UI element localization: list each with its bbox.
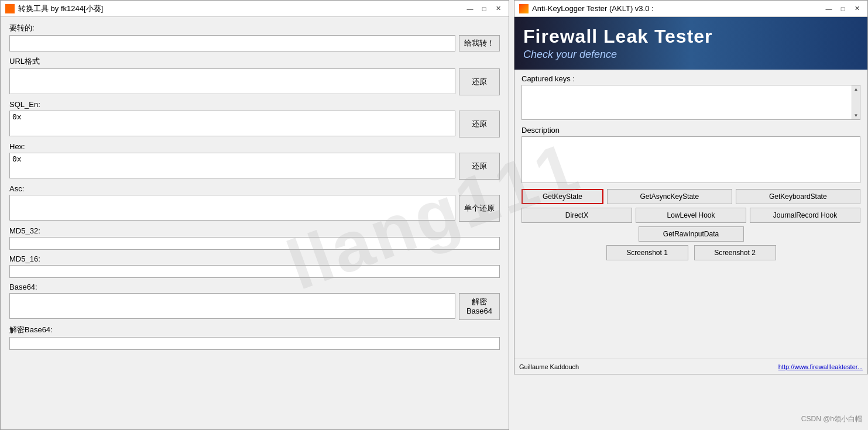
get-key-state-button[interactable]: GetKeyState [522,189,603,204]
buttons-row-4: Screenshot 1 Screenshot 2 [522,245,860,260]
sql-restore-button[interactable]: 还原 [459,111,500,137]
captured-section: Captured keys : ▲ ▼ [522,74,860,120]
banner-title: Firewall Leak Tester [523,26,859,47]
decode-base64-input[interactable] [9,337,500,350]
md5-32-label: MD5_32: [9,226,500,235]
right-maximize-button[interactable]: □ [837,4,849,13]
base64-btn-line2: Base64 [466,307,492,316]
app-icon [5,4,15,13]
left-window-controls: — □ ✕ [464,4,504,13]
hex-row: Hex: 0x 还原 [9,142,500,180]
captured-scrollbar[interactable]: ▲ ▼ [852,85,860,119]
hex-input-row: 0x 还原 [9,153,500,180]
banner-subtitle: Check your defence [523,49,859,61]
right-window-title: Anti-KeyLogger Tester (AKLT) v3.0 : [532,4,654,13]
directx-button[interactable]: DirectX [522,208,632,223]
url-restore-button[interactable]: 还原 [459,68,500,95]
to-convert-label: 要转的: [9,23,500,33]
captured-keys-label: Captured keys : [522,74,860,83]
left-content: 要转的: 给我转！ URL格式 还原 SQL_En: 0x 还原 Hex: [1,17,509,360]
right-footer: Guillaume Kaddouch http://www.firewallle… [514,359,867,374]
author-label: Guillaume Kaddouch [519,363,579,370]
get-raw-input-data-button[interactable]: GetRawInputData [639,226,744,242]
url-format-input-row: 还原 [9,68,500,95]
screenshot-1-button[interactable]: Screenshot 1 [606,245,688,260]
buttons-row-2: DirectX LowLevel Hook JournalRecord Hook [522,208,860,223]
sql-en-row: SQL_En: 0x 还原 [9,100,500,137]
md5-32-row: MD5_32: D41D8CD98F00B204E9800998ECF8427E [9,226,500,250]
base64-decode-button[interactable]: 解密 Base64 [459,293,500,320]
banner-section: Firewall Leak Tester Check your defence [514,17,867,70]
left-titlebar-left: 转换工具 by fk1244[小葵] [5,4,103,14]
md5-16-row: MD5_16: 8F00B204E9800998 [9,254,500,278]
left-titlebar: 转换工具 by fk1244[小葵] — □ ✕ [1,1,509,17]
screenshot-2-button[interactable]: Screenshot 2 [694,245,776,260]
url-format-label: URL格式 [9,56,500,67]
decode-base64-input-row [9,337,500,350]
decode-base64-row: 解密Base64: [9,325,500,350]
description-section: Description [522,126,860,183]
asc-input-row: 单个还原 [9,195,500,222]
description-box [522,136,860,183]
right-close-button[interactable]: ✕ [851,4,863,13]
md5-16-input-row: 8F00B204E9800998 [9,265,500,278]
md5-32-input-row: D41D8CD98F00B204E9800998ECF8427E [9,237,500,250]
asc-label: Asc: [9,184,500,193]
base64-input[interactable] [9,293,455,319]
lowlevel-hook-button[interactable]: LowLevel Hook [636,208,746,223]
sql-en-label: SQL_En: [9,100,500,109]
right-titlebar: Anti-KeyLogger Tester (AKLT) v3.0 : — □ … [514,1,867,17]
csdn-label: CSDN @h领小白帽 [801,414,862,424]
journalrecord-hook-button[interactable]: JournalRecord Hook [750,208,860,223]
left-close-button[interactable]: ✕ [492,4,504,13]
get-async-key-state-button[interactable]: GetAsyncKeyState [607,189,732,204]
asc-input[interactable] [9,195,455,221]
to-convert-row: 要转的: 给我转！ [9,23,500,51]
buttons-row-1: GetKeyState GetAsyncKeyState GetKeyboard… [522,189,860,204]
captured-keys-box: ▲ ▼ [522,85,860,120]
md5-32-input[interactable]: D41D8CD98F00B204E9800998ECF8427E [9,237,500,250]
buttons-row-3: GetRawInputData [522,226,860,242]
get-keyboard-state-button[interactable]: GetKeyboardState [736,189,861,204]
aklt-icon [519,4,529,13]
hex-label: Hex: [9,142,500,151]
right-window-controls: — □ ✕ [823,4,863,13]
left-minimize-button[interactable]: — [464,4,476,13]
base64-btn-line1: 解密 [472,297,487,307]
right-minimize-button[interactable]: — [823,4,835,13]
base64-row: Base64: 解密 Base64 [9,283,500,320]
base64-input-row: 解密 Base64 [9,293,500,320]
url-format-input[interactable] [9,68,455,94]
md5-16-label: MD5_16: [9,254,500,263]
left-maximize-button[interactable]: □ [478,4,490,13]
right-body: Captured keys : ▲ ▼ Description GetKeySt… [514,70,867,265]
decode-base64-label: 解密Base64: [9,325,500,335]
left-window: 转换工具 by fk1244[小葵] — □ ✕ 要转的: 给我转！ URL格式… [0,0,509,430]
right-window: Anti-KeyLogger Tester (AKLT) v3.0 : — □ … [514,0,868,374]
scroll-up-arrow[interactable]: ▲ [854,87,859,92]
asc-row: Asc: 单个还原 [9,184,500,222]
base64-label: Base64: [9,283,500,291]
right-titlebar-left: Anti-KeyLogger Tester (AKLT) v3.0 : [519,4,654,13]
footer-link[interactable]: http://www.firewallleaktester... [778,363,863,370]
to-convert-input[interactable] [9,35,455,51]
left-window-title: 转换工具 by fk1244[小葵] [18,4,103,14]
convert-button[interactable]: 给我转！ [459,35,500,51]
to-convert-input-row: 给我转！ [9,35,500,51]
hex-restore-button[interactable]: 还原 [459,153,500,180]
sql-en-input-row: 0x 还原 [9,111,500,137]
url-format-row: URL格式 还原 [9,56,500,95]
asc-restore-button[interactable]: 单个还原 [459,195,500,222]
md5-16-input[interactable]: 8F00B204E9800998 [9,265,500,278]
sql-en-input[interactable]: 0x [9,111,455,136]
hex-input[interactable]: 0x [9,153,455,178]
scroll-down-arrow[interactable]: ▼ [854,113,859,118]
description-label: Description [522,126,860,135]
